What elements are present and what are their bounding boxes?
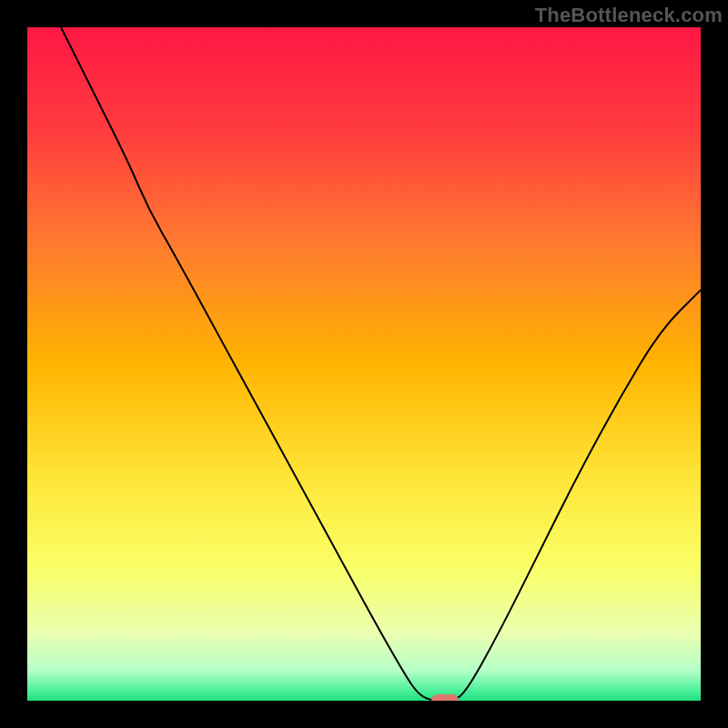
plot-area [27,27,701,701]
chart-container: TheBottleneck.com [0,0,728,728]
gradient-background [27,27,701,701]
optimal-marker [431,694,459,701]
watermark-text: TheBottleneck.com [535,4,723,27]
svg-rect-0 [27,27,701,701]
